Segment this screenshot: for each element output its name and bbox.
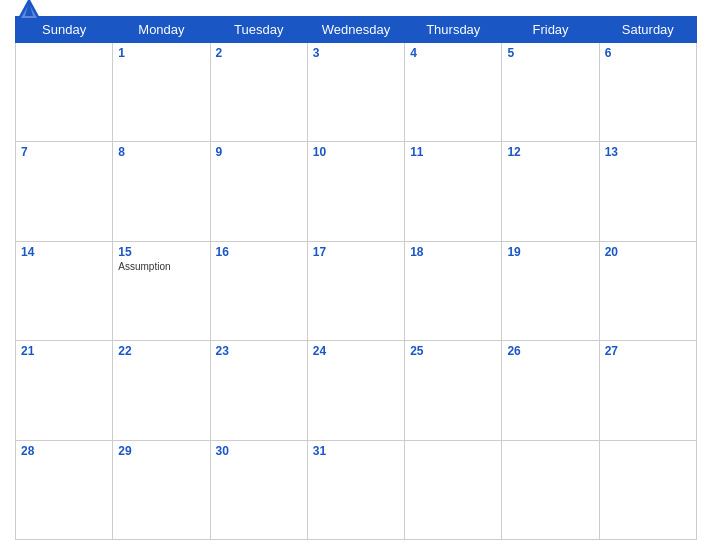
calendar-cell xyxy=(16,43,113,142)
calendar-cell: 29 xyxy=(113,440,210,539)
day-number: 1 xyxy=(118,46,204,60)
logo xyxy=(15,0,47,24)
calendar-cell: 14 xyxy=(16,241,113,340)
weekday-saturday: Saturday xyxy=(599,17,696,43)
calendar-cell: 5 xyxy=(502,43,599,142)
calendar-cell: 12 xyxy=(502,142,599,241)
calendar-cell: 2 xyxy=(210,43,307,142)
day-number: 17 xyxy=(313,245,399,259)
calendar-cell: 11 xyxy=(405,142,502,241)
day-number: 7 xyxy=(21,145,107,159)
calendar-cell: 31 xyxy=(307,440,404,539)
day-number: 31 xyxy=(313,444,399,458)
calendar-cell: 27 xyxy=(599,341,696,440)
calendar-body: 123456789101112131415Assumption161718192… xyxy=(16,43,697,540)
calendar-cell: 17 xyxy=(307,241,404,340)
day-number: 9 xyxy=(216,145,302,159)
calendar-wrapper: Sunday Monday Tuesday Wednesday Thursday… xyxy=(0,0,712,550)
day-number: 13 xyxy=(605,145,691,159)
logo-icon xyxy=(15,0,43,24)
day-number: 14 xyxy=(21,245,107,259)
day-number: 8 xyxy=(118,145,204,159)
day-number: 12 xyxy=(507,145,593,159)
calendar-cell: 25 xyxy=(405,341,502,440)
calendar-cell: 4 xyxy=(405,43,502,142)
calendar-week-row: 1415Assumption1617181920 xyxy=(16,241,697,340)
calendar-cell: 7 xyxy=(16,142,113,241)
day-number: 21 xyxy=(21,344,107,358)
day-number: 6 xyxy=(605,46,691,60)
calendar-cell: 30 xyxy=(210,440,307,539)
calendar-cell: 1 xyxy=(113,43,210,142)
calendar-week-row: 21222324252627 xyxy=(16,341,697,440)
calendar-cell: 16 xyxy=(210,241,307,340)
calendar-cell: 22 xyxy=(113,341,210,440)
day-number: 3 xyxy=(313,46,399,60)
day-number: 24 xyxy=(313,344,399,358)
calendar-cell: 20 xyxy=(599,241,696,340)
day-number: 25 xyxy=(410,344,496,358)
calendar-cell: 8 xyxy=(113,142,210,241)
calendar-cell: 13 xyxy=(599,142,696,241)
day-number: 26 xyxy=(507,344,593,358)
calendar-cell: 24 xyxy=(307,341,404,440)
calendar-cell: 28 xyxy=(16,440,113,539)
calendar-cell: 6 xyxy=(599,43,696,142)
calendar-table: Sunday Monday Tuesday Wednesday Thursday… xyxy=(15,16,697,540)
day-number: 22 xyxy=(118,344,204,358)
day-number: 23 xyxy=(216,344,302,358)
event-label: Assumption xyxy=(118,261,204,272)
day-number: 30 xyxy=(216,444,302,458)
calendar-cell: 26 xyxy=(502,341,599,440)
calendar-cell: 15Assumption xyxy=(113,241,210,340)
weekday-tuesday: Tuesday xyxy=(210,17,307,43)
day-number: 28 xyxy=(21,444,107,458)
day-number: 27 xyxy=(605,344,691,358)
calendar-cell xyxy=(405,440,502,539)
calendar-week-row: 28293031 xyxy=(16,440,697,539)
weekday-wednesday: Wednesday xyxy=(307,17,404,43)
day-number: 19 xyxy=(507,245,593,259)
day-number: 10 xyxy=(313,145,399,159)
weekday-header-row: Sunday Monday Tuesday Wednesday Thursday… xyxy=(16,17,697,43)
calendar-cell: 21 xyxy=(16,341,113,440)
day-number: 15 xyxy=(118,245,204,259)
day-number: 11 xyxy=(410,145,496,159)
calendar-week-row: 123456 xyxy=(16,43,697,142)
calendar-cell xyxy=(599,440,696,539)
day-number: 4 xyxy=(410,46,496,60)
day-number: 18 xyxy=(410,245,496,259)
calendar-cell: 19 xyxy=(502,241,599,340)
calendar-cell: 3 xyxy=(307,43,404,142)
calendar-cell: 9 xyxy=(210,142,307,241)
calendar-cell: 23 xyxy=(210,341,307,440)
day-number: 20 xyxy=(605,245,691,259)
weekday-thursday: Thursday xyxy=(405,17,502,43)
day-number: 2 xyxy=(216,46,302,60)
calendar-cell: 18 xyxy=(405,241,502,340)
calendar-cell: 10 xyxy=(307,142,404,241)
calendar-cell xyxy=(502,440,599,539)
day-number: 5 xyxy=(507,46,593,60)
day-number: 29 xyxy=(118,444,204,458)
calendar-week-row: 78910111213 xyxy=(16,142,697,241)
day-number: 16 xyxy=(216,245,302,259)
weekday-friday: Friday xyxy=(502,17,599,43)
weekday-monday: Monday xyxy=(113,17,210,43)
